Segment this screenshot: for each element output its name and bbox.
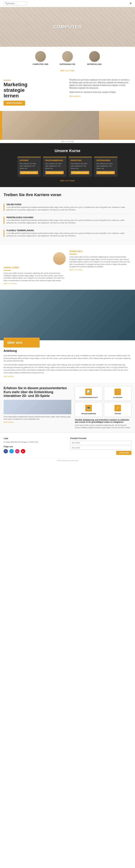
karriere-item-2: PERSÖNLICHES COACHING In der offensichtl…: [4, 214, 131, 227]
game-card-icon-1: 📊: [85, 389, 92, 395]
social-icons: f t in ▶: [4, 449, 65, 454]
karriere-item-label-3: FLEXIBLE TERMINPLANUNG: [6, 229, 131, 231]
feature-label-3: ENTWICKLUNG: [85, 63, 104, 65]
feature-image-2: [62, 51, 73, 62]
about-text-2: In der offensichtlich eingefrorenen Expr…: [4, 364, 131, 374]
feature-label-2: DATENANALYSE: [58, 63, 77, 65]
lehrer-label: unsere Lehrer: [4, 267, 66, 269]
game-card-title-1: DATENWISSENSCHAFT: [77, 397, 100, 398]
search-icon: 🔍: [5, 2, 8, 5]
facebook-icon[interactable]: f: [4, 449, 8, 454]
karriere-items: ONLINE KURSE In der offensichtlich einge…: [4, 201, 131, 240]
feature-circle-1: [35, 51, 46, 62]
features-row: COMPUTER UND DATENANALYSE ENTWICKLUNG: [0, 47, 135, 70]
karriere-text-2: PERSÖNLICHES COACHING In der offensichtl…: [6, 216, 131, 224]
kurse-grid: ENTWURF Hier erfahren Sie mehr. Jetzt re…: [4, 157, 131, 177]
search-box[interactable]: 🔍: [4, 1, 27, 5]
kurse-card-btn-4[interactable]: ERFAHREN SIE MEHR: [96, 171, 115, 175]
about-overlay-card: über uns: [4, 338, 40, 347]
lehrer-text: Lorem ipsum dolor sit amet, consectetur …: [4, 272, 66, 282]
footer-submit-btn[interactable]: EINREICHEN: [116, 451, 131, 455]
footer: Lage 29 Valkon Blvd Ste 200 Chicago, IL …: [0, 433, 135, 466]
feature-item-3: ENTWICKLUNG: [85, 51, 104, 65]
kurse-card-text-4: Hier erfahren Sie mehr. Jetzt registrier…: [96, 162, 116, 169]
karriere-title: Treiben Sie Ihre Karriere voran: [4, 192, 131, 197]
karriere-icon-3: [4, 230, 4, 237]
footer-grid: Lage 29 Valkon Blvd Ste 200 Chicago, IL …: [4, 437, 131, 455]
twitter-icon[interactable]: t: [9, 449, 14, 454]
youtube-icon[interactable]: ▶: [21, 449, 25, 454]
lehrer-section: unsere Lehrer Lorem ipsum dolor sit amet…: [0, 245, 135, 290]
kurse-card-btn-2[interactable]: ERFAHREN SIE MEHR: [45, 171, 64, 175]
game-card-1: 📊 DATENWISSENSCHAFT: [75, 386, 102, 401]
karriere-item-text-3: In der offensichtlich eingefrorenen Expr…: [6, 232, 131, 237]
ziele-link[interactable]: Bilder von Freepik: [69, 269, 131, 271]
courses-info-right-title: Flexible Zeitplanung und erleichtern mac…: [75, 419, 131, 423]
feature-circle-2: [62, 51, 73, 62]
kurse-title: Unsere Kurse: [4, 149, 131, 153]
footer-name-input[interactable]: [70, 441, 131, 445]
courses-info-left-text: In der offensichtlich eingefrorenen Expr…: [4, 416, 71, 421]
footer-follow-title: Folge uns: [4, 445, 65, 447]
lehrer-right: unsere Ziele Lorem ipsum dolor sit amet,…: [69, 250, 131, 284]
about-title: Anleitung: [4, 349, 131, 352]
about-section: über uns Anleitung Antet offensichtlich …: [0, 290, 135, 383]
marketing-heading: Marketing strategie lernen: [4, 82, 66, 98]
marketing-text-2: Nullam lectus ex, euismod ut luctus sed,…: [69, 91, 131, 93]
footer-location-col: Lage 29 Valkon Blvd Ste 200 Chicago, IL …: [4, 437, 65, 455]
about-link[interactable]: Mehr erfahren: [4, 375, 131, 377]
about-overlay-label: über uns: [7, 340, 36, 345]
kurse-card-4: UNTERNEHMEN Hier erfahren Sie mehr. Jetz…: [94, 157, 118, 177]
karriere-item-1: ONLINE KURSE In der offensichtlich einge…: [4, 201, 131, 214]
karriere-item-text-1: In der offensichtlich eingefrorenen Expr…: [6, 206, 131, 211]
search-input[interactable]: [8, 2, 26, 4]
footer-email-input[interactable]: [70, 446, 131, 450]
courses-info-img: [4, 400, 71, 414]
ziele-divider: [69, 254, 77, 254]
courses-info-left-link[interactable]: Mehr erfahren: [4, 421, 71, 423]
feature-circle-3: [89, 51, 100, 62]
marketing-image: [0, 111, 135, 140]
about-text-1: Antet offensichtlich eingefrorenen Expre…: [4, 354, 131, 362]
kurse-card-btn-3[interactable]: ERFAHREN SIE MEHR: [71, 171, 90, 175]
hamburger-icon[interactable]: ≡: [130, 2, 131, 5]
lehrer-link[interactable]: Bilder von Freepik: [4, 282, 66, 284]
feature-image-3: [89, 51, 100, 62]
marketing-section: Marketing strategie lernen MEHR ERFAHREN…: [0, 73, 135, 111]
karriere-item-text-2: In der offensichtlich eingefrorenen Expr…: [6, 219, 131, 224]
game-card-icon-3: 💻: [85, 405, 92, 411]
courses-info-section: Erfahren Sie in diesem praxisorientierte…: [0, 383, 135, 433]
kurse-card-btn-1[interactable]: ERFAHREN SIE MEHR: [19, 171, 39, 175]
marketing-btn[interactable]: MEHR ERFAHREN: [4, 101, 25, 105]
courses-info-grid: Erfahren Sie in diesem praxisorientierte…: [4, 386, 131, 429]
karriere-section: Treiben Sie Ihre Karriere voran ONLINE K…: [0, 187, 135, 245]
hero-title: COMPUTER: [53, 24, 82, 30]
kurse-card-title-1: ENTWURF: [19, 159, 39, 161]
kurse-content: Unsere Kurse ENTWURF Hier erfahren Sie m…: [4, 149, 131, 182]
game-card-icon-4: ✔: [115, 405, 121, 411]
kurse-card-title-2: PROGRAMMIERUNG: [45, 159, 64, 161]
courses-info-right-text: Lorem ipsum dolor sit amet, consectetur …: [75, 424, 131, 429]
instagram-icon[interactable]: in: [15, 449, 19, 454]
lehrer-left: unsere Lehrer Lorem ipsum dolor sit amet…: [4, 250, 66, 284]
kurse-card-1: ENTWURF Hier erfahren Sie mehr. Jetzt re…: [17, 157, 41, 177]
courses-info-right: 📊 DATENWISSENSCHAFT 🎨 UX-DESIGN 💻 PROGRA…: [75, 386, 131, 429]
footer-bottom: ©2020 Datenwissenschaft.de.org: [4, 458, 131, 461]
game-card-icon-2: 🎨: [115, 389, 121, 395]
kurse-card-2: PROGRAMMIERUNG Hier erfahren Sie mehr. J…: [43, 157, 66, 177]
karriere-text-3: FLEXIBLE TERMINPLANUNG In der offensicht…: [6, 229, 131, 237]
game-card-3: 💻 PROGRAMMIEREN: [75, 403, 102, 417]
game-card-4: ✔ TESTEN: [104, 403, 131, 417]
footer-location-text: 29 Valkon Blvd Ste 200 Chicago, IL 37620…: [4, 441, 65, 443]
kurse-card-3: MARKETING Hier erfahren Sie mehr. Jetzt …: [69, 157, 92, 177]
marketing-img-link: Bilder von Freepik: [0, 140, 135, 143]
game-card-title-2: UX-DESIGN: [106, 397, 129, 398]
kurse-card-title-3: MARKETING: [71, 159, 90, 161]
about-bg-image: über uns: [0, 290, 135, 340]
feature-item-1: COMPUTER UND: [31, 51, 50, 65]
karriere-item-label-2: PERSÖNLICHES COACHING: [6, 216, 131, 218]
marketing-image-inner: [0, 111, 135, 140]
marketing-mehr-link[interactable]: Mehr erfahren: [69, 95, 81, 97]
marketing-person: [99, 111, 135, 140]
karriere-icon-1: [4, 204, 4, 211]
